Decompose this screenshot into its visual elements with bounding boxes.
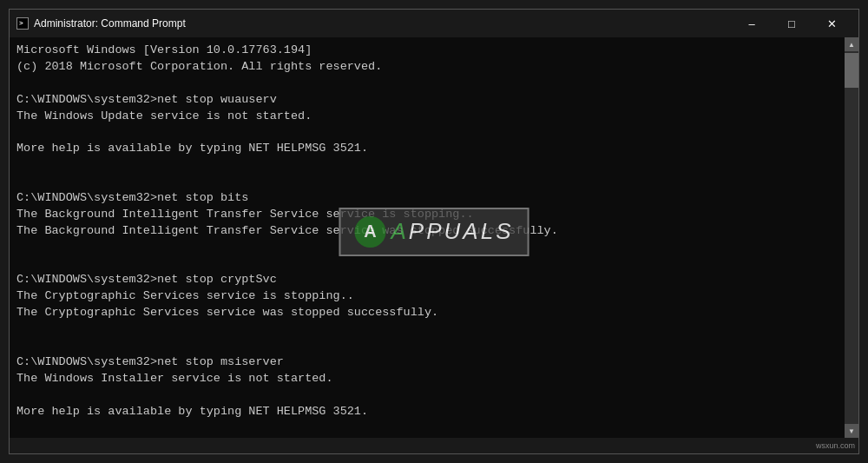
scrollbar-thumb[interactable] bbox=[845, 53, 858, 88]
window-title: Administrator: Command Prompt bbox=[34, 17, 186, 30]
site-watermark: wsxun.com bbox=[816, 441, 855, 450]
close-button[interactable]: ✕ bbox=[812, 10, 852, 37]
terminal-output[interactable]: Microsoft Windows [Version 10.0.17763.19… bbox=[10, 37, 845, 438]
bottom-bar: wsxun.com bbox=[10, 438, 858, 453]
titlebar-controls: – □ ✕ bbox=[732, 10, 852, 37]
scroll-down-button[interactable]: ▼ bbox=[845, 424, 858, 438]
content-area: Microsoft Windows [Version 10.0.17763.19… bbox=[10, 37, 858, 438]
titlebar: Administrator: Command Prompt – □ ✕ bbox=[10, 10, 858, 37]
scrollbar[interactable]: ▲ ▼ bbox=[845, 37, 858, 438]
scroll-up-button[interactable]: ▲ bbox=[845, 37, 858, 51]
scrollbar-track bbox=[845, 51, 858, 424]
cmd-icon bbox=[16, 17, 29, 30]
titlebar-left: Administrator: Command Prompt bbox=[16, 17, 186, 30]
maximize-button[interactable]: □ bbox=[772, 10, 812, 37]
minimize-button[interactable]: – bbox=[732, 10, 772, 37]
cmd-window: Administrator: Command Prompt – □ ✕ Micr… bbox=[9, 9, 859, 454]
